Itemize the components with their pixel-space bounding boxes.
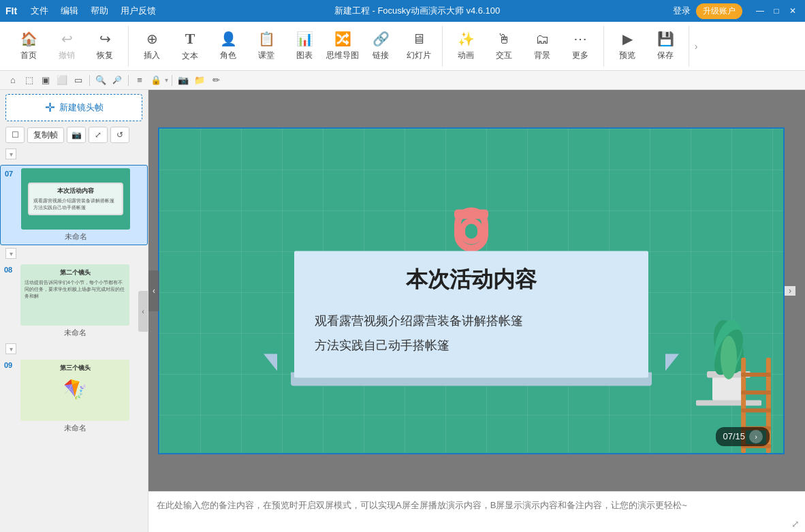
camera-icon-btn[interactable]: 📷 bbox=[67, 127, 86, 143]
toolbar-scroll-right[interactable]: › bbox=[689, 26, 703, 67]
slide-button[interactable]: 🖥 幻灯片 bbox=[401, 27, 437, 65]
resize-icon-btn[interactable]: ⤢ bbox=[89, 127, 108, 143]
frame-icon-2[interactable]: ▣ bbox=[38, 73, 53, 88]
frame-icon-3[interactable]: ⬜ bbox=[54, 73, 69, 88]
chart-icon: 📊 bbox=[296, 31, 313, 47]
edit-button[interactable]: ✏ bbox=[208, 73, 223, 88]
save-button[interactable]: 💾 保存 bbox=[648, 27, 683, 65]
thumb07-text: 观看露营视频介绍露营装备讲解搭帐篷方法实践自己动手搭帐篷 bbox=[33, 198, 118, 211]
save-label: 保存 bbox=[657, 50, 674, 61]
role-button[interactable]: 👤 角色 bbox=[210, 27, 246, 65]
svg-rect-15 bbox=[462, 221, 480, 241]
slide-main[interactable]: 本次活动内容 观看露营视频介绍露营装备讲解搭帐篷 方法实践自己动手搭帐篷 bbox=[158, 127, 785, 454]
slide-list: 07 本次活动内容 观看露营视频介绍露营装备讲解搭帐篷方法实践自己动手搭帐篷 未… bbox=[0, 162, 148, 532]
menu-feedback[interactable]: 用户反馈 bbox=[115, 3, 161, 18]
slide-label-07: 未命名 bbox=[65, 232, 87, 242]
background-button[interactable]: 🗂 背景 bbox=[524, 27, 560, 65]
class-icon: 📋 bbox=[258, 31, 275, 47]
new-frame-button[interactable]: ✛ 新建镜头帧 bbox=[5, 94, 142, 121]
svg-rect-16 bbox=[454, 209, 488, 219]
menu-help[interactable]: 帮助 bbox=[85, 3, 114, 18]
slide-number-09: 09 bbox=[4, 361, 16, 369]
text-button[interactable]: T 文本 bbox=[172, 27, 208, 65]
menu-edit[interactable]: 编辑 bbox=[55, 3, 84, 18]
notes-expand-button[interactable]: ⤢ bbox=[791, 518, 800, 529]
interact-label: 交互 bbox=[496, 50, 512, 61]
maximize-button[interactable]: □ bbox=[770, 4, 783, 18]
slide-label-08: 未命名 bbox=[64, 328, 86, 338]
slide-item-07[interactable]: 07 本次活动内容 观看露营视频介绍露营装备讲解搭帐篷方法实践自己动手搭帐篷 未… bbox=[0, 165, 148, 245]
left-panel-collapse[interactable]: ‹ bbox=[138, 291, 148, 332]
slide-canvas[interactable]: ‹ bbox=[148, 90, 805, 491]
canvas-right-collapse[interactable]: › bbox=[785, 286, 795, 296]
class-label: 课堂 bbox=[258, 50, 274, 61]
thumb08-text: 活动提前告诉同学们4个小节，每个小节都有不同的任务，要求学生积极上场参与完成对应… bbox=[25, 279, 125, 299]
notes-input[interactable] bbox=[157, 499, 797, 526]
slide-item-08[interactable]: 08 第二个镜头 活动提前告诉同学们4个小节，每个小节都有不同的任务，要求学生积… bbox=[0, 262, 148, 341]
preview-button[interactable]: ▶ 预览 bbox=[610, 27, 645, 65]
slide-number-08: 08 bbox=[4, 266, 16, 274]
link-label: 链接 bbox=[373, 50, 389, 61]
lock-arrow[interactable]: ▾ bbox=[165, 76, 168, 84]
screenshot-button[interactable]: 📷 bbox=[176, 73, 191, 88]
copy-frame-button[interactable]: 复制帧 bbox=[27, 127, 64, 143]
background-icon: 🗂 bbox=[535, 31, 549, 47]
mindmap-label: 思维导图 bbox=[326, 50, 359, 61]
slide-item-09[interactable]: 09 第三个镜头 🪁 未命名 bbox=[0, 357, 148, 436]
preview-label: 预览 bbox=[619, 50, 635, 61]
plus-icon: ✛ bbox=[45, 100, 55, 115]
toolbar-group-2: ⊕ 插入 T 文本 👤 角色 📋 课堂 📊 图表 🔀 思维导图 🔗 链接 🖥 bbox=[129, 26, 443, 67]
nav-next-button[interactable]: › bbox=[749, 430, 763, 443]
checkbox-icon[interactable]: ☐ bbox=[5, 127, 25, 143]
expand-icon-3[interactable]: ▾ bbox=[5, 343, 16, 354]
canvas-left-collapse[interactable]: ‹ bbox=[148, 270, 159, 311]
banner-line1: 观看露营视频介绍露营装备讲解搭帐篷 bbox=[315, 308, 628, 332]
role-icon: 👤 bbox=[220, 31, 237, 47]
fit-screen-button[interactable]: ⌂ bbox=[5, 73, 20, 88]
zoom-out-button[interactable]: 🔎 bbox=[110, 73, 125, 88]
icon-toolbar: ⌂ ⬚ ▣ ⬜ ▭ 🔍 🔎 ≡ 🔒 ▾ 📷 📁 ✏ bbox=[0, 71, 805, 90]
slide-label: 幻灯片 bbox=[407, 50, 431, 61]
thumb09-title: 第三个镜头 bbox=[25, 364, 125, 373]
chart-label: 图表 bbox=[296, 50, 313, 61]
upgrade-button[interactable]: 升级账户 bbox=[696, 3, 742, 19]
close-button[interactable]: ✕ bbox=[786, 4, 800, 18]
expand-icon[interactable]: ▾ bbox=[5, 148, 16, 159]
folder-button[interactable]: 📁 bbox=[192, 73, 207, 88]
insert-button[interactable]: ⊕ 插入 bbox=[134, 27, 170, 65]
zoom-in-button[interactable]: 🔍 bbox=[93, 73, 108, 88]
mindmap-button[interactable]: 🔀 思维导图 bbox=[325, 27, 360, 65]
sep-2 bbox=[128, 75, 129, 86]
redo-button[interactable]: ↪ 恢复 bbox=[87, 27, 123, 65]
undo-button[interactable]: ↩ 撤销 bbox=[49, 27, 84, 65]
home-button[interactable]: 🏠 首页 bbox=[11, 27, 46, 65]
animation-button[interactable]: ✨ 动画 bbox=[448, 27, 484, 65]
home-label: 首页 bbox=[20, 50, 37, 61]
preview-icon: ▶ bbox=[622, 31, 633, 47]
ribbon-left-tail bbox=[264, 354, 277, 371]
frame-icon-4[interactable]: ▭ bbox=[71, 73, 86, 88]
mindmap-icon: 🔀 bbox=[334, 31, 351, 47]
lock-button[interactable]: 🔒 bbox=[148, 73, 163, 88]
banner-title: 本次活动内容 bbox=[315, 264, 628, 294]
role-label: 角色 bbox=[220, 50, 236, 61]
expand-icon-2[interactable]: ▾ bbox=[5, 248, 16, 259]
minimize-button[interactable]: — bbox=[753, 4, 767, 18]
app-logo: FIt bbox=[5, 5, 17, 16]
more-button[interactable]: ⋯ 更多 bbox=[563, 27, 598, 65]
slide-thumb-08: 第二个镜头 活动提前告诉同学们4个小节，每个小节都有不同的任务，要求学生积极上场… bbox=[20, 264, 129, 326]
menu-bar: 文件 编辑 帮助 用户反馈 bbox=[25, 3, 161, 18]
chart-button[interactable]: 📊 图表 bbox=[287, 27, 322, 65]
new-frame-label: 新建镜头帧 bbox=[59, 101, 104, 114]
menu-file[interactable]: 文件 bbox=[25, 3, 54, 18]
class-button[interactable]: 📋 课堂 bbox=[249, 27, 284, 65]
slide-icon: 🖥 bbox=[412, 31, 426, 47]
frame-icon-1[interactable]: ⬚ bbox=[22, 73, 37, 88]
login-button[interactable]: 登录 bbox=[673, 5, 691, 17]
align-button[interactable]: ≡ bbox=[132, 73, 147, 88]
interact-button[interactable]: 🖱 交互 bbox=[486, 27, 522, 65]
link-button[interactable]: 🔗 链接 bbox=[363, 27, 398, 65]
redo-label: 恢复 bbox=[97, 50, 113, 61]
thumb08-title: 第二个镜头 bbox=[25, 268, 125, 277]
loop-icon-btn[interactable]: ↺ bbox=[110, 127, 129, 143]
